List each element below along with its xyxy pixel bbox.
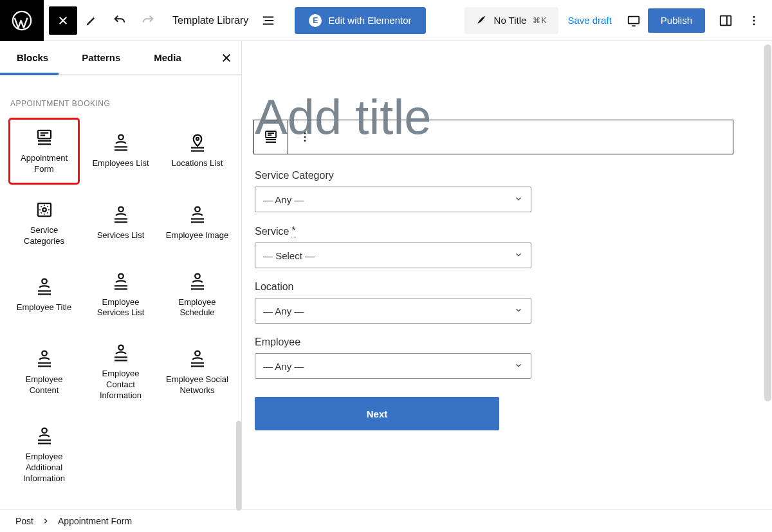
block-card[interactable]: Service Categories — [9, 190, 79, 256]
block-card-label: Employee Services List — [88, 297, 153, 319]
field-label: Service * — [255, 225, 531, 237]
svg-point-16 — [42, 351, 47, 356]
redo-icon[interactable] — [134, 6, 162, 35]
block-card-label: Employee Contact Information — [88, 369, 153, 401]
block-type-icon[interactable] — [254, 120, 288, 154]
tab-media[interactable]: Media — [137, 41, 198, 75]
block-card[interactable]: Employee Social Networks — [162, 334, 232, 410]
undo-icon[interactable] — [106, 6, 134, 35]
sidebar-toggle-icon[interactable] — [712, 6, 740, 35]
elementor-icon: E — [309, 14, 322, 27]
select-value: — Any — — [263, 306, 304, 316]
svg-point-7 — [118, 135, 124, 140]
block-card-label: Appointment Form — [12, 153, 77, 175]
svg-point-14 — [118, 273, 124, 279]
close-inserter-button[interactable] — [49, 6, 77, 35]
person-list-icon — [34, 277, 55, 297]
person-list-icon — [111, 343, 131, 363]
svg-point-10 — [42, 208, 46, 212]
block-inserter-panel: Blocks Patterns Media APPOINTMENT BOOKIN… — [0, 41, 242, 509]
top-toolbar: Template Library E Edit with Elementor N… — [0, 0, 772, 41]
block-card[interactable]: Services List — [86, 190, 156, 256]
chevron-down-icon — [514, 361, 523, 372]
block-card[interactable]: Employee Content — [9, 334, 79, 410]
block-card-label: Service Categories — [12, 225, 77, 247]
pen-icon[interactable] — [77, 6, 106, 35]
save-draft-link[interactable]: Save draft — [567, 15, 611, 26]
calendar-list-icon — [34, 127, 55, 148]
svg-point-18 — [195, 351, 200, 356]
svg-rect-6 — [38, 131, 51, 139]
editor-canvas: Add title Service Category— Any —Service… — [242, 41, 772, 509]
block-card[interactable]: Employee Services List — [86, 262, 156, 328]
post-title-button[interactable]: No Title ⌘K — [464, 7, 559, 34]
select-value: — Any — — [263, 361, 304, 372]
svg-rect-20 — [266, 131, 276, 138]
block-card-label: Employee Additional Information — [12, 452, 77, 484]
person-list-icon — [187, 349, 208, 369]
svg-point-19 — [42, 428, 47, 434]
svg-point-8 — [196, 138, 199, 140]
svg-rect-2 — [721, 15, 731, 25]
edit-with-elementor-button[interactable]: E Edit with Elementor — [295, 7, 425, 34]
block-card-label: Employee Title — [17, 302, 71, 313]
wp-logo-icon[interactable] — [0, 0, 44, 41]
required-marker: * — [291, 225, 295, 237]
block-card-label: Employee Image — [166, 230, 229, 241]
field: Location— Any — — [255, 281, 531, 324]
next-button[interactable]: Next — [255, 397, 499, 430]
block-card[interactable]: Locations List — [162, 118, 232, 184]
inserter-tabs: Blocks Patterns Media — [0, 41, 241, 75]
window-scrollbar[interactable] — [764, 41, 772, 509]
inserter-scrollbar[interactable] — [236, 80, 241, 509]
block-card[interactable]: Employee Contact Information — [86, 334, 156, 410]
tab-patterns[interactable]: Patterns — [65, 41, 137, 75]
select-dropdown[interactable]: — Any — — [255, 187, 531, 212]
svg-point-11 — [118, 207, 124, 212]
appointment-form: Service Category— Any —Service *— Select… — [255, 170, 531, 430]
block-grid: Appointment FormEmployees ListLocations … — [9, 118, 232, 493]
block-card[interactable]: Employee Schedule — [162, 262, 232, 328]
select-dropdown[interactable]: — Any — — [255, 298, 531, 324]
field: Service Category— Any — — [255, 170, 531, 212]
scrollbar-thumb[interactable] — [764, 44, 771, 401]
gear-box-icon — [34, 199, 55, 220]
select-dropdown[interactable]: — Any — — [255, 353, 531, 379]
chevron-down-icon — [514, 194, 523, 205]
field: Service *— Select — — [255, 225, 531, 268]
chevron-right-icon — [42, 516, 49, 526]
block-more-icon[interactable] — [288, 120, 321, 154]
inserter-content: APPOINTMENT BOOKING Appointment FormEmpl… — [0, 75, 241, 509]
edit-with-elementor-label: Edit with Elementor — [328, 15, 411, 26]
block-card[interactable]: Employee Image — [162, 190, 232, 256]
publish-button[interactable]: Publish — [648, 8, 705, 33]
select-value: — Any — — [263, 194, 304, 205]
block-card[interactable]: Appointment Form — [9, 118, 79, 184]
select-dropdown[interactable]: — Select — — [255, 243, 531, 268]
template-library-button[interactable]: Template Library — [172, 15, 248, 26]
tab-blocks[interactable]: Blocks — [0, 41, 65, 75]
person-list-icon — [111, 133, 131, 153]
person-list-icon — [111, 205, 131, 225]
document-overview-icon[interactable] — [257, 14, 279, 28]
breadcrumb-root[interactable]: Post — [15, 516, 33, 526]
block-card[interactable]: Employees List — [86, 118, 156, 184]
close-icon[interactable] — [221, 41, 232, 75]
options-menu-icon[interactable] — [740, 6, 768, 35]
preview-icon[interactable] — [620, 6, 648, 35]
svg-point-4 — [753, 19, 755, 21]
breadcrumb-current[interactable]: Appointment Form — [58, 516, 132, 526]
svg-point-12 — [195, 207, 200, 212]
scrollbar-thumb[interactable] — [236, 421, 241, 511]
svg-point-23 — [304, 140, 306, 142]
person-list-icon — [187, 271, 208, 292]
block-card-label: Employees List — [92, 158, 149, 169]
block-card-label: Employee Social Networks — [165, 374, 230, 396]
svg-point-15 — [195, 273, 200, 279]
svg-point-13 — [42, 279, 47, 284]
block-card[interactable]: Employee Additional Information — [9, 417, 79, 493]
person-list-icon — [111, 271, 131, 292]
person-list-icon — [34, 426, 55, 446]
block-card[interactable]: Employee Title — [9, 262, 79, 328]
block-card-label: Locations List — [172, 158, 223, 169]
